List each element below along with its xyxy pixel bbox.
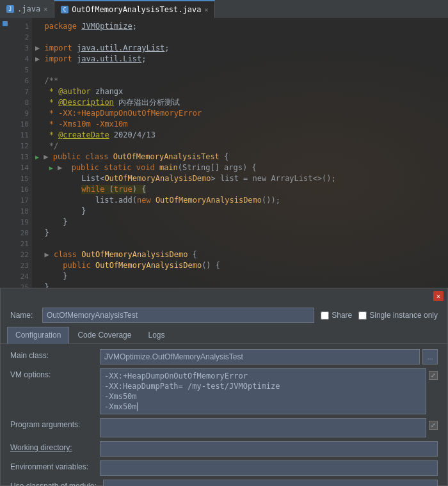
code-line-24: } xyxy=(35,271,448,282)
code-line-18: } xyxy=(35,206,448,217)
config-tabs: Configuration Code Coverage Logs xyxy=(1,327,447,344)
code-line-15: List<OutOfMemoryAnalysisDemo> list = new… xyxy=(35,173,448,184)
code-editor[interactable]: package JVMOptimize; ▶ import java.util.… xyxy=(32,18,448,288)
expand-icon-2: ⤢ xyxy=(431,422,436,428)
browse-button[interactable]: ... xyxy=(422,349,438,364)
run-debug-dialog: × Name: Share Single instance only Confi… xyxy=(0,288,448,486)
code-line-5 xyxy=(35,65,448,75)
name-row: Name: Share Single instance only xyxy=(1,304,447,327)
tab-oom-close[interactable]: × xyxy=(204,6,208,13)
share-checkbox[interactable] xyxy=(321,311,329,320)
code-line-11: * @createDate 2020/4/13 xyxy=(35,130,448,141)
left-sidebar xyxy=(0,18,10,288)
env-vars-label: Environment variables: xyxy=(10,460,93,471)
dialog-header: × xyxy=(1,288,447,304)
program-args-input[interactable] xyxy=(100,418,426,437)
share-group: Share xyxy=(321,311,352,320)
code-line-6: /** xyxy=(35,75,448,86)
working-dir-input[interactable] xyxy=(100,441,438,457)
tab-logs[interactable]: Logs xyxy=(140,327,173,343)
main-class-input-group: ... xyxy=(100,349,438,364)
close-icon: × xyxy=(436,292,441,301)
dialog-close-button[interactable]: × xyxy=(433,291,444,301)
form-section: Main class: ... VM options: -XX:+HeapDum… xyxy=(1,344,447,486)
code-line-20: } xyxy=(35,228,448,239)
code-line-22: ▶ class OutOfMemoryAnalysisDemo { xyxy=(35,249,448,260)
share-label: Share xyxy=(332,311,352,320)
code-line-4: ▶ import java.util.List; xyxy=(35,54,448,65)
classpath-row: Use classpath of module: xyxy=(10,480,438,486)
tab-configuration[interactable]: Configuration xyxy=(7,327,69,344)
env-vars-input[interactable] xyxy=(100,460,438,476)
single-instance-checkbox[interactable] xyxy=(358,311,367,320)
vm-options-input[interactable]: -XX:+HeapDumpOnOutOfMemoryError -XX:Heap… xyxy=(100,368,426,414)
working-dir-label: Working directory: xyxy=(10,441,93,452)
expand-icon: ⤢ xyxy=(431,372,436,379)
tab-code-coverage[interactable]: Code Coverage xyxy=(69,327,140,343)
code-line-23: public OutOfMemoryAnalysisDemo() { xyxy=(35,260,448,271)
code-line-3: ▶ import java.util.ArrayList; xyxy=(35,43,448,54)
prog-args-expand-button[interactable]: ⤢ xyxy=(429,421,438,430)
oom-file-icon: C xyxy=(61,6,68,13)
code-line-1: package JVMOptimize; xyxy=(35,21,448,32)
code-line-25: } xyxy=(35,282,448,288)
vm-options-label: VM options: xyxy=(10,368,93,379)
code-line-8: * @Description 内存溢出分析测试 xyxy=(35,97,448,108)
main-class-input[interactable] xyxy=(100,349,420,364)
code-line-9: * -XX:+HeapDumpOnOutOfMemoryError xyxy=(35,108,448,119)
code-line-12: */ xyxy=(35,141,448,152)
working-dir-row: Working directory: xyxy=(10,441,438,457)
tab-oom[interactable]: C OutOfMemoryAnalysisTest.java × xyxy=(54,0,215,18)
code-line-2 xyxy=(35,32,448,43)
vm-options-row: VM options: -XX:+HeapDumpOnOutOfMemoryEr… xyxy=(10,368,438,414)
tab-bar: J .java × C OutOfMemoryAnalysisTest.java… xyxy=(0,0,448,18)
vm-options-expand-button[interactable]: ⤢ xyxy=(429,371,438,380)
code-line-16: while (true) { xyxy=(35,184,448,195)
main-class-row: Main class: ... xyxy=(10,349,438,364)
single-instance-label: Single instance only xyxy=(369,311,438,320)
line-numbers: 12345 678910 1112131415 1617181920 21222… xyxy=(10,18,32,288)
code-line-17: list.add(new OutOfMemoryAnalysisDemo()); xyxy=(35,195,448,206)
sidebar-dot xyxy=(3,21,8,26)
tab-java-label: .java xyxy=(17,4,40,13)
code-line-7: * @author zhangx xyxy=(35,86,448,97)
name-input[interactable] xyxy=(42,308,314,323)
program-args-row: Program arguments: ⤢ xyxy=(10,418,438,437)
code-line-19: } xyxy=(35,217,448,228)
program-args-label: Program arguments: xyxy=(10,418,93,429)
code-line-21 xyxy=(35,239,448,249)
classpath-label: Use classpath of module: xyxy=(10,480,97,486)
tab-java[interactable]: J .java × xyxy=(0,0,54,18)
tab-oom-label: OutOfMemoryAnalysisTest.java xyxy=(72,5,201,14)
code-line-10: * -Xms10m -Xmx10m xyxy=(35,119,448,130)
main-class-label: Main class: xyxy=(10,349,93,360)
single-instance-group: Single instance only xyxy=(358,311,438,320)
editor-container: 12345 678910 1112131415 1617181920 21222… xyxy=(0,18,448,288)
tab-java-close[interactable]: × xyxy=(44,6,47,13)
env-vars-row: Environment variables: xyxy=(10,460,438,476)
classpath-input[interactable] xyxy=(103,480,438,486)
name-label: Name: xyxy=(10,311,36,320)
browse-icon: ... xyxy=(427,353,433,361)
java-file-icon: J xyxy=(6,5,14,13)
code-line-13: ▶ ▶ public class OutOfMemoryAnalysisTest… xyxy=(35,152,448,162)
code-line-14: ▶ ▶ public static void main(String[] arg… xyxy=(35,162,448,173)
